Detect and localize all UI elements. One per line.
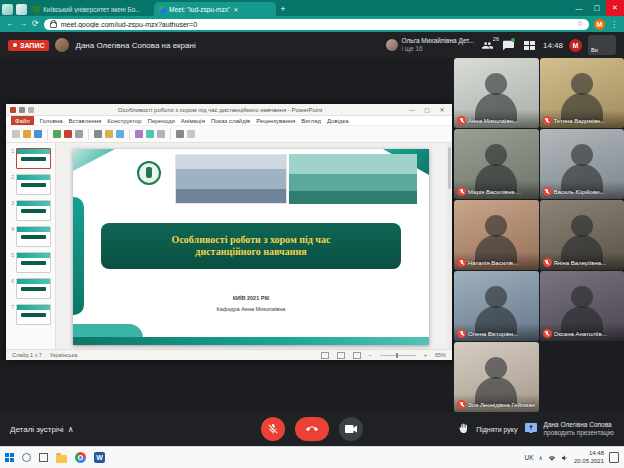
participant-video <box>485 144 507 166</box>
ppt-slide-panel[interactable]: 1 2 3 4 5 6 7 <box>6 143 56 349</box>
raise-hand-icon[interactable] <box>458 420 469 438</box>
ppt-minimize-button[interactable]: — <box>406 107 418 113</box>
minimize-button[interactable]: — <box>570 0 588 16</box>
back-icon[interactable]: ← <box>6 20 14 28</box>
browser-menu-icon[interactable]: ⋮ <box>610 20 618 29</box>
sorter-view-icon[interactable] <box>337 352 345 359</box>
tab-close-icon[interactable]: ✕ <box>233 6 238 13</box>
ppt-tab-design[interactable]: Конструктор <box>107 118 141 124</box>
tray-expand-icon[interactable]: ∧ <box>539 454 543 461</box>
close-button[interactable]: ✕ <box>606 0 624 16</box>
participant-tile[interactable]: Марія Василівна ... <box>454 129 539 199</box>
participant-tile[interactable]: Василь Юрійови... <box>540 129 624 199</box>
slide-number: 1 <box>9 148 14 154</box>
word-icon[interactable]: W <box>94 452 105 463</box>
camera-toggle-button[interactable] <box>339 417 363 441</box>
maximize-button[interactable]: ▢ <box>588 0 606 16</box>
tab-meet[interactable]: Meet: "iud-zspu-mzx" ✕ <box>154 2 276 16</box>
mic-muted-icon <box>543 258 552 267</box>
ppt-scrollbar[interactable] <box>447 143 452 349</box>
mic-toggle-button[interactable] <box>261 417 285 441</box>
participant-tile[interactable]: Анна Миколаївн... <box>454 58 539 128</box>
meeting-details-button[interactable]: Деталі зустрічі ∧ <box>10 425 73 434</box>
zoom-out-icon[interactable]: − <box>369 352 372 358</box>
participant-tile[interactable]: Олена Вікторівн... <box>454 271 539 341</box>
hangup-button[interactable] <box>295 417 329 441</box>
slide-thumb-preview <box>16 226 51 247</box>
ppt-tab-home[interactable]: Головна <box>40 118 63 124</box>
ppt-tab-help[interactable]: Довідка <box>327 118 349 124</box>
slide-thumbnail[interactable]: 7 <box>9 304 52 325</box>
ppt-ribbon-tabs: Файл Головна Вставлення Конструктор Пере… <box>6 116 452 126</box>
network-icon[interactable] <box>548 454 556 462</box>
meet-header: ЗАПИС Дана Олегівна Сопова на екрані Оль… <box>0 32 624 58</box>
self-view-tile[interactable]: Ви <box>588 35 616 55</box>
slideshow-view-icon[interactable] <box>353 352 361 359</box>
slide-thumbnail[interactable]: 5 <box>9 252 52 273</box>
participants-roster[interactable]: Ольга Михайлівна Дет... і ще 16 <box>386 37 474 53</box>
presenting-icon <box>525 420 537 438</box>
participant-tile[interactable]: Оксана Анатоліїв... <box>540 271 624 341</box>
raise-hand-label[interactable]: Підняти руку <box>476 426 517 433</box>
address-bar[interactable]: meet.google.com/iud-zspu-mzx?authuser=0 … <box>44 19 589 30</box>
account-avatar[interactable]: М <box>569 39 582 52</box>
slide-thumbnail[interactable]: 1 <box>9 148 52 169</box>
reload-icon[interactable]: ⟳ <box>32 20 39 28</box>
zoom-in-icon[interactable]: + <box>424 352 427 358</box>
recording-label: ЗАПИС <box>20 42 44 49</box>
slide-thumbnail[interactable]: 3 <box>9 200 52 221</box>
participant-tile[interactable]: Тетяна Вадимівн... <box>540 58 624 128</box>
ppt-window-title: Особливості роботи з хором під час диста… <box>37 107 403 113</box>
pinned-tab-icon[interactable] <box>2 4 13 15</box>
participant-video <box>571 144 593 166</box>
zoom-slider[interactable] <box>380 355 416 356</box>
ppt-canvas[interactable]: Особливості роботи з хором під час диста… <box>56 143 452 349</box>
ppt-close-button[interactable]: ✕ <box>436 106 448 113</box>
participant-tile[interactable]: Наталія Василів... <box>454 200 539 270</box>
ppt-maximize-button[interactable]: ▢ <box>421 106 433 113</box>
zoom-level[interactable]: 65% <box>435 352 446 358</box>
chrome-icon[interactable] <box>75 452 86 463</box>
roster-more-count: і ще 16 <box>402 45 474 53</box>
layout-grid-icon[interactable] <box>522 38 537 52</box>
participant-tile[interactable]: Яніна Валеріївна... <box>540 200 624 270</box>
forward-icon[interactable]: → <box>19 20 27 28</box>
participant-video <box>485 357 507 379</box>
new-tab-button[interactable]: + <box>276 4 290 14</box>
slide-thumbnail[interactable]: 4 <box>9 226 52 247</box>
language-status[interactable]: Українська <box>50 352 78 358</box>
chat-icon[interactable] <box>501 38 516 52</box>
ppt-tab-slideshow[interactable]: Показ слайдів <box>211 118 250 124</box>
start-button-icon[interactable] <box>5 453 14 462</box>
volume-icon[interactable] <box>561 454 569 462</box>
ppt-titlebar[interactable]: Особливості роботи з хором під час диста… <box>6 104 452 116</box>
ppt-tab-view[interactable]: Вигляд <box>301 118 321 124</box>
normal-view-icon[interactable] <box>321 352 329 359</box>
pinned-tab-icon[interactable] <box>16 4 27 15</box>
people-icon[interactable]: 26 <box>480 38 495 52</box>
browser-profile-avatar[interactable]: M <box>594 19 605 30</box>
task-view-icon[interactable] <box>39 453 48 462</box>
action-center-icon[interactable] <box>609 452 619 463</box>
file-explorer-icon[interactable] <box>56 455 67 463</box>
slide-deco-topleft <box>73 149 115 171</box>
people-count: 26 <box>493 36 499 42</box>
bookmark-star-icon[interactable]: ☆ <box>577 20 583 28</box>
undo-icon[interactable] <box>28 107 34 113</box>
ppt-ribbon-toolbar[interactable] <box>6 126 452 143</box>
ppt-tab-review[interactable]: Рецензування <box>256 118 295 124</box>
tab-university[interactable]: Київський університет імені Бо... <box>28 2 154 16</box>
clock-date[interactable]: 14:48 20.05.2021 <box>574 450 604 464</box>
recording-badge: ЗАПИС <box>8 40 49 51</box>
slide-thumbnail[interactable]: 6 <box>9 278 52 299</box>
ppt-tab-insert[interactable]: Вставлення <box>69 118 102 124</box>
participant-tile[interactable]: Зоя Леонідівна Гейхман <box>454 342 539 412</box>
slide-thumbnail[interactable]: 2 <box>9 174 52 195</box>
search-icon[interactable] <box>22 453 31 462</box>
ppt-tab-transitions[interactable]: Переходи <box>148 118 175 124</box>
save-icon[interactable] <box>19 107 25 113</box>
language-indicator[interactable]: UK <box>525 454 534 461</box>
slide-number: 7 <box>9 304 14 310</box>
ppt-tab-file[interactable]: Файл <box>11 116 34 125</box>
ppt-tab-animations[interactable]: Анімація <box>181 118 205 124</box>
